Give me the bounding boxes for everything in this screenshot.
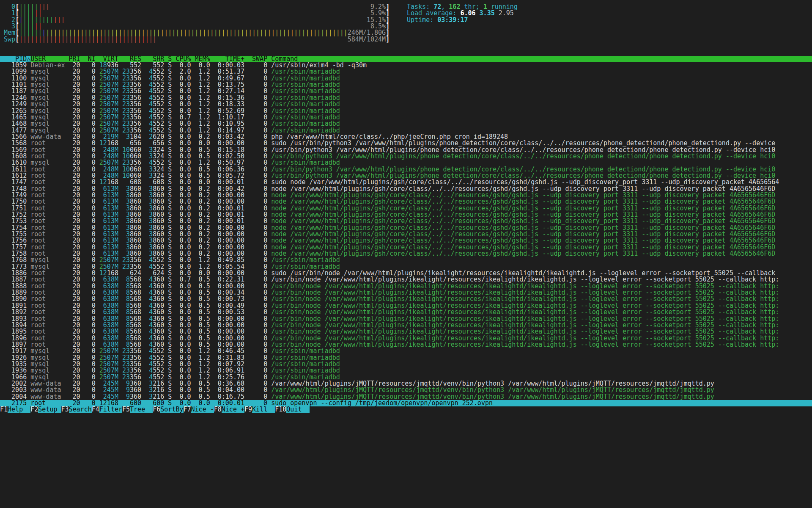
process-row[interactable]: 1757 root 20 0 613M 3860 3860 S 0.0 0.2 … (0, 244, 812, 251)
fkey-filter[interactable]: F4Filter (92, 406, 122, 413)
process-row[interactable]: 1187 mysql 20 0 2507M 23356 4552 S 0.0 1… (0, 88, 812, 94)
cpu-meter-1: 1[|||||| 5.9%] (0, 10, 812, 17)
process-row[interactable]: 1468 mysql 20 0 2507M 23356 4552 S 0.0 1… (0, 121, 812, 127)
fkey-search[interactable]: F3Search (61, 406, 92, 413)
process-row[interactable]: 1610 mysql 20 0 2507M 23356 4552 S 0.0 1… (0, 160, 812, 166)
process-row[interactable]: 1886 root 20 0 12168 624 624 S 0.0 0.0 0… (0, 270, 812, 276)
fkey-quit[interactable]: F10Quit (275, 406, 309, 413)
process-row[interactable]: 1895 root 20 0 638M 8568 4360 S 0.0 0.5 … (0, 329, 812, 335)
process-row[interactable]: 1773 mysql 20 0 2507M 23356 4552 S 0.0 1… (0, 264, 812, 270)
fkey-nice-[interactable]: F8Nice + (214, 406, 244, 413)
process-command: /usr/sbin/mariadbd (271, 127, 340, 134)
process-row[interactable]: 2003 www-data 20 0 245M 9360 3216 S 0.0 … (0, 387, 812, 393)
process-row[interactable]: 1477 mysql 20 0 2507M 23356 4552 S 0.0 1… (0, 127, 812, 134)
uptime-line: Uptime: 03:39:17 (407, 17, 518, 23)
fkey-nice-[interactable]: F7Nice - (184, 406, 214, 413)
process-row[interactable]: 1892 root 20 0 638M 8568 4360 S 0.0 0.5 … (0, 309, 812, 315)
fkey-kill[interactable]: F9Kill (244, 406, 275, 413)
process-row[interactable]: 1758 root 20 0 613M 3860 3860 S 0.0 0.2 … (0, 251, 812, 257)
process-row[interactable]: 1099 mysql 20 0 2507M 23356 4552 S 2.0 1… (0, 69, 812, 75)
process-command: /usr/bin/python3 /var/www/html/plugins/p… (271, 153, 775, 160)
column-header-pid-sorted[interactable]: PID△ (0, 56, 30, 62)
process-row[interactable]: 1896 root 20 0 638M 8568 4360 S 0.0 0.5 … (0, 335, 812, 342)
process-row[interactable]: 1752 root 20 0 613M 3860 3860 S 0.0 0.2 … (0, 212, 812, 218)
tasks-line: Tasks: 72, 162 thr; 1 running (407, 4, 518, 10)
process-row[interactable]: 1887 root 20 0 638M 8568 4360 S 0.7 0.5 … (0, 276, 812, 283)
process-row[interactable]: 1750 root 20 0 613M 3860 3860 S 0.0 0.2 … (0, 199, 812, 205)
process-command: /usr/sbin/mariadbd (271, 69, 340, 75)
process-row[interactable]: 1568 root 20 0 12168 656 656 S 0.0 0.0 0… (0, 140, 812, 146)
process-command: /usr/bin/node /var/www/html/plugins/ikea… (271, 335, 779, 342)
process-row[interactable]: 1569 root 20 0 248M 10060 3324 S 0.0 0.5… (0, 147, 812, 153)
process-row[interactable]: 2004 www-data 20 0 245M 9360 3216 S 0.0 … (0, 394, 812, 400)
process-row[interactable]: 1935 mysql 20 0 2507M 23356 4552 S 0.0 1… (0, 361, 812, 367)
process-row[interactable]: 1755 root 20 0 613M 3860 3860 S 0.0 0.2 … (0, 231, 812, 237)
process-row[interactable]: 1747 root 20 0 12168 608 608 S 0.0 0.0 0… (0, 179, 812, 185)
system-info-block: Tasks: 72, 162 thr; 1 runningLoad averag… (407, 4, 518, 23)
process-row[interactable]: 1917 mysql 20 0 2507M 23356 4552 S 0.0 1… (0, 348, 812, 354)
load-average-line: Load average: 6.06 3.35 2.95 (407, 10, 518, 17)
fkey-sortby[interactable]: F6SortBy (153, 406, 183, 413)
process-row[interactable]: 1612 root 20 0 248M 10060 3324 S 0.0 0.5… (0, 173, 812, 179)
table-header-row: PID△USER PRI NI VIRT RES SHR S CPU% MEM%… (0, 56, 812, 62)
process-command: /usr/bin/python3 /var/www/html/plugins/p… (271, 173, 775, 179)
process-row[interactable]: 1936 mysql 20 0 2507M 23356 4552 S 0.0 1… (0, 367, 812, 374)
process-command: /usr/sbin/mariadbd (271, 374, 340, 381)
process-command: /usr/sbin/mariadbd (271, 264, 340, 270)
cpu-meter-1-value: 5.9% (370, 10, 386, 17)
process-command: /usr/sbin/mariadbd (271, 95, 340, 101)
process-row[interactable]: 1754 root 20 0 613M 3860 3860 S 0.0 0.2 … (0, 225, 812, 231)
process-command: /usr/bin/python3 /var/www/html/plugins/p… (271, 166, 775, 173)
process-row[interactable]: 1751 root 20 0 613M 3860 3860 S 0.0 0.2 … (0, 205, 812, 212)
process-row[interactable]: 1889 root 20 0 638M 8568 4360 S 0.0 0.5 … (0, 290, 812, 296)
process-command: /usr/sbin/mariadbd (271, 361, 340, 367)
process-command: /usr/sbin/mariadbd (271, 355, 340, 361)
process-command: /usr/bin/node /var/www/html/plugins/ikea… (271, 309, 779, 315)
cpu-meter-2-value: 15.1% (367, 17, 386, 23)
process-row[interactable]: 1756 root 20 0 613M 3860 3860 S 0.0 0.2 … (0, 237, 812, 244)
process-row[interactable]: 1753 root 20 0 613M 3860 3860 S 0.0 0.2 … (0, 218, 812, 224)
process-row[interactable]: 1101 mysql 20 0 2507M 23356 4552 S 0.0 1… (0, 82, 812, 88)
process-row[interactable]: 1566 www-data 20 0 219M 3104 2620 S 0.0 … (0, 134, 812, 140)
process-command: /usr/sbin/exim4 -bd -q30m (271, 62, 367, 69)
process-command: node /var/www/html/plugins/gsh/core/clas… (271, 225, 775, 231)
process-command: /usr/bin/node /var/www/html/plugins/ikea… (271, 316, 779, 322)
process-row[interactable]: 1246 mysql 20 0 2507M 23356 4552 S 0.0 1… (0, 95, 812, 101)
process-row[interactable]: 1611 root 20 0 248M 10060 3324 S 0.0 0.5… (0, 166, 812, 173)
process-row[interactable]: 1249 mysql 20 0 2507M 23356 4552 S 0.0 1… (0, 101, 812, 108)
process-row[interactable]: 1059 Debian-ex 20 0 18936 552 552 S 0.0 … (0, 62, 812, 69)
process-command: /usr/sbin/mariadbd (271, 114, 340, 121)
process-row[interactable]: 1768 mysql 20 0 2507M 23356 4552 S 0.0 1… (0, 257, 812, 263)
process-row[interactable]: 1749 root 20 0 613M 3860 3860 S 0.0 0.2 … (0, 192, 812, 199)
process-command: node /var/www/html/plugins/gsh/core/clas… (271, 231, 775, 237)
process-row[interactable]: 2002 www-data 20 0 245M 9360 3216 S 0.0 … (0, 381, 812, 387)
process-row[interactable]: 1890 root 20 0 638M 8568 4360 S 0.0 0.5 … (0, 296, 812, 302)
process-row[interactable]: 1893 root 20 0 638M 8568 4360 S 0.0 0.5 … (0, 316, 812, 322)
process-command: node /var/www/html/plugins/gsh/core/clas… (271, 251, 775, 257)
process-command: /usr/sbin/mariadbd (271, 75, 340, 82)
process-row[interactable]: 2175 root 20 0 12168 600 600 S 0.0 0.0 0… (0, 400, 812, 406)
process-row[interactable]: 1897 root 20 0 638M 8568 4360 S 0.0 0.5 … (0, 342, 812, 348)
process-row[interactable]: 1100 mysql 20 0 2507M 23356 4552 S 0.0 1… (0, 75, 812, 82)
fkey-help[interactable]: F1Help (0, 406, 30, 413)
process-command: /usr/sbin/mariadbd (271, 121, 340, 127)
memory-meter-value: 246M/1.80G (348, 30, 386, 36)
cpu-meter-0-value: 9.2% (370, 4, 386, 10)
process-row[interactable]: 1894 root 20 0 638M 8568 4360 S 0.0 0.5 … (0, 322, 812, 329)
fkey-setup[interactable]: F2Setup (30, 406, 61, 413)
process-row[interactable]: 1888 root 20 0 638M 8568 4360 S 0.0 0.5 … (0, 283, 812, 290)
process-command: node /var/www/html/plugins/gsh/core/clas… (271, 205, 775, 212)
process-row[interactable]: 1891 root 20 0 638M 8568 4360 S 0.0 0.5 … (0, 303, 812, 309)
cpu-meter-2: 2[|||||||||||| 15.1%] (0, 17, 812, 23)
column-headers[interactable]: USER PRI NI VIRT RES SHR S CPU% MEM% TIM… (30, 56, 298, 62)
process-row[interactable]: 1608 root 20 0 248M 10060 3324 S 0.0 0.5… (0, 153, 812, 160)
process-row[interactable]: 1966 mysql 20 0 2507M 23356 4552 S 0.0 1… (0, 374, 812, 381)
process-row[interactable]: 1465 mysql 20 0 2507M 23356 4552 S 0.7 1… (0, 114, 812, 121)
process-row[interactable]: 1926 mysql 20 0 2507M 23356 4552 S 0.0 1… (0, 355, 812, 361)
cpu-meter-3-value: 8.5% (370, 23, 386, 30)
process-row[interactable]: 1748 root 20 0 613M 3860 3860 S 0.0 0.2 … (0, 186, 812, 192)
process-row[interactable]: 1265 mysql 20 0 2507M 23356 4552 S 0.0 1… (0, 108, 812, 114)
process-command: /usr/sbin/mariadbd (271, 160, 340, 166)
process-command: sudo node /var/www/html/plugins/gsh/core… (271, 179, 779, 185)
fkey-tree[interactable]: F5Tree (122, 406, 153, 413)
